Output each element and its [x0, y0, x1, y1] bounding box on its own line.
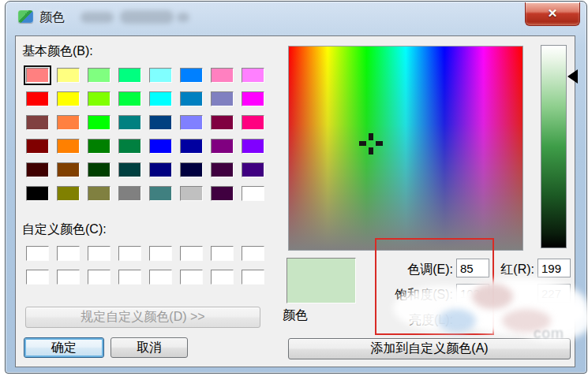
app-icon — [18, 10, 33, 23]
color-swatch[interactable] — [57, 91, 80, 106]
color-swatch[interactable] — [211, 270, 234, 285]
color-swatch[interactable] — [242, 91, 264, 106]
watermark-blob — [438, 309, 476, 333]
color-swatch[interactable] — [180, 68, 203, 83]
crosshair-icon — [369, 133, 373, 140]
color-swatch[interactable] — [149, 91, 172, 106]
color-swatch[interactable] — [242, 246, 264, 261]
blurred-watermark-title — [120, 10, 174, 24]
color-swatch[interactable] — [242, 186, 264, 201]
color-swatch[interactable] — [211, 115, 234, 130]
color-swatch[interactable] — [180, 246, 203, 261]
color-swatch[interactable] — [211, 246, 234, 261]
color-swatch[interactable] — [26, 115, 49, 130]
color-swatch[interactable] — [57, 68, 80, 83]
color-swatch[interactable] — [180, 91, 203, 106]
color-swatch[interactable] — [88, 91, 110, 106]
red-input[interactable] — [537, 259, 571, 277]
color-preview-label: 颜色 — [283, 307, 308, 324]
color-swatch[interactable] — [149, 162, 172, 177]
color-swatch[interactable] — [118, 162, 141, 177]
color-swatch[interactable] — [211, 186, 234, 201]
color-swatch[interactable] — [57, 115, 80, 130]
color-swatch[interactable] — [211, 68, 234, 83]
color-swatch[interactable] — [180, 139, 203, 154]
color-swatch[interactable] — [242, 270, 264, 285]
color-swatch[interactable] — [211, 162, 234, 177]
color-swatch[interactable] — [57, 139, 80, 154]
color-swatch[interactable] — [118, 115, 141, 130]
color-swatch[interactable] — [118, 186, 141, 201]
color-swatch[interactable] — [180, 115, 203, 130]
color-swatch[interactable] — [88, 246, 110, 261]
close-icon: ✕ — [548, 6, 558, 20]
color-swatch[interactable] — [242, 68, 264, 83]
crosshair-icon — [359, 141, 366, 146]
color-swatch[interactable] — [242, 162, 264, 177]
cancel-button[interactable]: 取消 — [110, 337, 188, 358]
basic-colors-grid — [26, 68, 264, 201]
color-swatch[interactable] — [88, 139, 110, 154]
color-swatch[interactable] — [57, 162, 80, 177]
color-swatch[interactable] — [242, 139, 264, 154]
color-swatch[interactable] — [211, 91, 234, 106]
color-dialog-screenshot: 颜色 ✕ 基本颜色(B): 自定义颜色(C): 规定自定义颜色(D) >> 确定… — [0, 0, 588, 376]
luminance-bar[interactable] — [541, 45, 567, 248]
color-swatch[interactable] — [149, 186, 172, 201]
color-swatch[interactable] — [180, 186, 203, 201]
custom-colors-label: 自定义颜色(C): — [22, 222, 107, 238]
color-swatch[interactable] — [118, 91, 141, 106]
color-swatch[interactable] — [26, 246, 49, 261]
color-swatch[interactable] — [149, 270, 172, 285]
luminance-slider-arrow-icon[interactable] — [567, 69, 578, 84]
close-button[interactable]: ✕ — [525, 2, 580, 26]
color-swatch[interactable] — [211, 139, 234, 154]
color-swatch[interactable] — [180, 162, 203, 177]
crosshair-icon — [369, 147, 373, 154]
window-title: 颜色 — [39, 9, 65, 26]
color-swatch[interactable] — [118, 68, 141, 83]
color-swatch[interactable] — [88, 186, 110, 201]
watermark-text: com — [534, 325, 564, 342]
color-swatch[interactable] — [26, 91, 49, 106]
color-swatch[interactable] — [88, 68, 110, 83]
color-swatch[interactable] — [118, 270, 141, 285]
watermark-blob — [472, 284, 513, 309]
blurred-watermark-title — [177, 13, 189, 22]
basic-colors-label: 基本颜色(B): — [22, 43, 93, 60]
color-swatch[interactable] — [149, 139, 172, 154]
color-swatch[interactable] — [26, 162, 49, 177]
color-swatch[interactable] — [242, 115, 264, 130]
color-swatch[interactable] — [26, 270, 49, 285]
color-swatch[interactable] — [118, 139, 141, 154]
custom-colors-grid — [26, 246, 264, 285]
color-swatch[interactable] — [149, 68, 172, 83]
color-swatch[interactable] — [57, 246, 80, 261]
color-swatch[interactable] — [180, 270, 203, 285]
color-swatch[interactable] — [26, 139, 49, 154]
define-custom-colors-button[interactable]: 规定自定义颜色(D) >> — [25, 307, 260, 328]
color-swatch[interactable] — [88, 115, 110, 130]
hue-saturation-field[interactable] — [288, 46, 523, 251]
color-swatch[interactable] — [118, 246, 141, 261]
color-swatch[interactable] — [26, 186, 49, 201]
color-swatch[interactable] — [149, 115, 172, 130]
crosshair-icon — [376, 141, 383, 146]
color-swatch[interactable] — [149, 246, 172, 261]
color-swatch[interactable] — [88, 162, 110, 177]
blurred-watermark-title — [81, 12, 114, 23]
add-to-custom-colors-button[interactable]: 添加到自定义颜色(A) — [288, 338, 571, 359]
color-swatch[interactable] — [26, 68, 49, 83]
color-preview — [287, 258, 356, 303]
color-swatch[interactable] — [57, 270, 80, 285]
color-swatch[interactable] — [57, 186, 80, 201]
color-swatch[interactable] — [88, 270, 110, 285]
ok-button[interactable]: 确定 — [24, 337, 104, 358]
